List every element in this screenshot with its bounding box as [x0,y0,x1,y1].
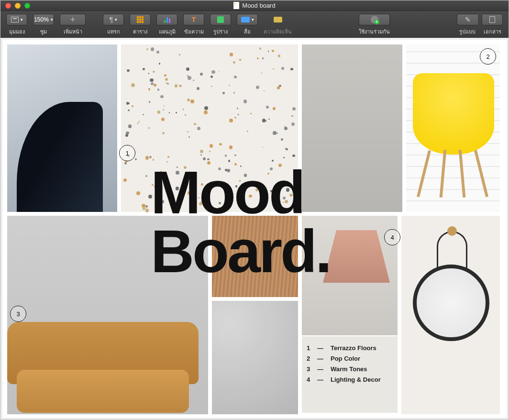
view-icon [11,17,19,22]
chevron-down-icon: ▾ [21,17,23,22]
shape-button[interactable]: รูปร่าง [208,13,233,36]
table-button[interactable]: ตาราง [128,13,153,36]
image-armchair[interactable] [7,44,117,212]
callout-3[interactable]: 3 [10,306,26,322]
minimize-button[interactable] [15,3,21,9]
toolbar: ▾ มุมมอง 150%▾ ซูม + เพิ่มหน้า ¶▾ แทรก ต… [0,11,509,38]
document-icon [233,2,239,9]
format-icon: ✎ [465,16,471,23]
format-button[interactable]: ✎ รูปแบบ [455,13,480,36]
document-canvas[interactable]: 1—Terrazzo Floors2—Pop Color3—Warm Tones… [2,40,507,418]
table-icon [137,16,144,23]
legend-label: Terrazzo Floors [331,343,376,354]
callout-4[interactable]: 4 [384,229,400,245]
maximize-button[interactable] [24,3,30,9]
legend-dash: — [317,354,326,364]
text-icon: T [192,16,196,23]
view-button[interactable]: ▾ มุมมอง [4,13,29,36]
legend-dash: — [317,375,326,385]
insert-button[interactable]: ¶▾ แทรก [101,13,126,36]
document-panel-icon [489,16,495,23]
mirror-strap [437,231,467,269]
callout-2[interactable]: 2 [480,48,496,65]
legend-label: Warm Tones [331,364,367,375]
legend-num: 2 [307,354,312,364]
paragraph-icon: ¶ [110,16,113,23]
shape-icon [217,16,224,23]
image-leather-sofa[interactable] [7,308,199,413]
comment-icon [274,17,282,22]
legend-num: 3 [307,364,312,375]
close-button[interactable] [5,3,11,9]
headline-line2: Board. [151,222,330,281]
legend-dash: — [317,364,326,375]
text-button[interactable]: T ข้อความ [181,13,206,36]
collaborate-icon [371,16,378,23]
callout-1[interactable]: 1 [119,145,135,161]
image-round-mirror[interactable] [413,265,489,341]
legend-label: Pop Color [331,354,360,364]
legend-dash: — [317,343,326,354]
zoom-value: 150% [34,16,49,23]
legend-row: 3—Warm Tones [307,364,393,375]
media-icon [241,17,250,22]
chevron-down-icon: ▾ [252,17,254,22]
legend-num: 4 [307,375,312,385]
app-window: Mood board ▾ มุมมอง 150%▾ ซูม + เพิ่มหน้… [0,0,509,420]
chart-button[interactable]: แผนภูมิ [155,13,179,36]
legend-num: 1 [307,343,312,354]
legend-row: 4—Lighting & Decor [307,375,393,385]
legend-label: Lighting & Decor [331,375,381,385]
collaborate-button[interactable]: ใช้งานร่วมกัน [357,13,392,36]
comment-button[interactable]: ความคิดเห็น [262,13,294,36]
plus-icon: + [70,15,76,25]
legend-row: 2—Pop Color [307,354,393,364]
media-button[interactable]: ▾ สื่อ [235,13,260,36]
add-page-button[interactable]: + เพิ่มหน้า [58,13,88,36]
mirror-knob [447,226,457,236]
zoom-button[interactable]: 150%▾ ซูม [31,13,56,36]
chevron-down-icon: ▾ [51,17,53,22]
image-fur[interactable] [212,301,298,414]
document-button[interactable]: เอกสาร [480,13,505,36]
titlebar: Mood board [0,0,509,11]
headline-text[interactable]: Mood Board. [151,163,330,281]
chevron-down-icon: ▾ [115,17,117,22]
legend-panel[interactable]: 1—Terrazzo Floors2—Pop Color3—Warm Tones… [302,336,398,413]
image-yellow-chair[interactable] [413,73,494,198]
headline-line1: Mood [151,163,330,222]
legend-row: 1—Terrazzo Floors [307,343,393,354]
window-title: Mood board [242,2,275,9]
chart-icon [164,16,170,23]
